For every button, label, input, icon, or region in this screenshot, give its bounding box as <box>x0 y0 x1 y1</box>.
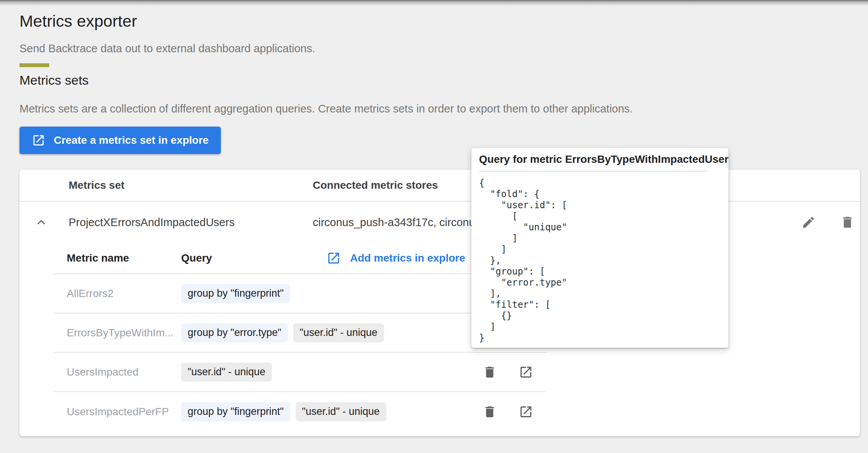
metric-row: UsersImpactedPerFP group by "fingerprint… <box>53 392 546 431</box>
open-in-new-icon <box>32 133 45 147</box>
column-header-metrics-set: Metrics set <box>69 179 313 191</box>
create-metrics-set-button[interactable]: Create a metrics set in explore <box>19 127 221 154</box>
metric-name: UsersImpactedPerFP <box>67 406 181 418</box>
section-description: Metrics sets are a collection of differe… <box>19 102 868 115</box>
column-header-query: Query <box>181 252 212 264</box>
page-title: Metrics exporter <box>19 11 868 31</box>
metrics-exporter-page: Metrics exporter Send Backtrace data out… <box>0 0 868 453</box>
query-json-code: { "fold": { "user.id": [ [ "unique" ] ] … <box>479 178 728 344</box>
add-metrics-link-label: Add metrics in explore <box>350 252 465 264</box>
open-in-new-icon[interactable] <box>519 365 533 379</box>
query-chip-group: group by "error.type" <box>181 323 288 342</box>
chevron-up-icon[interactable] <box>34 215 49 230</box>
trash-icon[interactable] <box>482 365 497 379</box>
table-header-row: Metrics set Connected metric stores <box>19 170 860 202</box>
metrics-set-row: ProjectXErrorsAndImpactedUsers circonus_… <box>19 202 860 243</box>
trash-icon[interactable] <box>840 215 855 230</box>
query-tooltip-popup: Query for metric ErrorsByTypeWithImpacte… <box>471 148 728 348</box>
column-header-metric-name: Metric name <box>67 252 181 264</box>
metrics-sets-table-card: Metrics set Connected metric stores Proj… <box>19 170 860 436</box>
query-chip-group: group by "fingerprint" <box>181 284 290 303</box>
query-popup-title: Query for metric ErrorsByTypeWithImpacte… <box>479 153 707 172</box>
page-subtitle: Send Backtrace data out to external dash… <box>19 42 868 55</box>
top-shadow-strip <box>0 0 868 6</box>
query-chip-fold: "user.id" - unique <box>293 323 384 342</box>
query-chip-fold: "user.id" - unique <box>296 402 386 421</box>
add-metrics-in-explore-link[interactable]: Add metrics in explore <box>326 251 465 265</box>
query-chip-group: group by "fingerprint" <box>181 402 290 421</box>
metric-name: ErrorsByTypeWithIm... <box>67 327 181 339</box>
open-in-new-icon[interactable] <box>519 405 533 419</box>
olive-section-divider <box>19 63 49 67</box>
metric-name: AllErrors2 <box>67 288 181 300</box>
metrics-set-name: ProjectXErrorsAndImpactedUsers <box>69 216 313 229</box>
create-button-label: Create a metrics set in explore <box>54 134 209 146</box>
pencil-icon[interactable] <box>801 215 816 230</box>
metric-name: UsersImpacted <box>67 366 181 378</box>
query-chip-fold: "user.id" - unique <box>181 363 272 382</box>
trash-icon[interactable] <box>482 405 497 419</box>
metric-row: UsersImpacted "user.id" - unique <box>53 353 546 392</box>
section-heading: Metrics sets <box>19 72 868 88</box>
open-in-new-icon <box>326 251 341 265</box>
